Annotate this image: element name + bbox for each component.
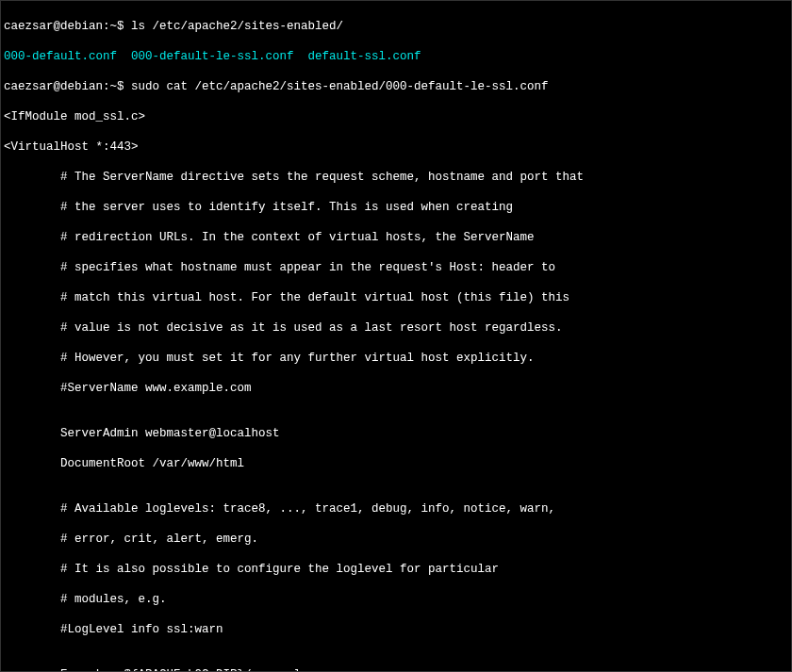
file-line: # modules, e.g. [4, 592, 788, 607]
prompt-line-1: caezsar@debian:~$ ls /etc/apache2/sites-… [4, 19, 788, 34]
file-line: ErrorLog ${APACHE_LOG_DIR}/error.log [4, 667, 788, 672]
file-line: <VirtualHost *:443> [4, 139, 788, 155]
file-line: # error, crit, alert, emerg. [4, 532, 788, 547]
prompt-userhost: caezsar@debian:~$ [4, 20, 131, 33]
file-line: # the server uses to identify itself. Th… [4, 200, 788, 215]
file-line: ServerAdmin webmaster@localhost [4, 426, 788, 441]
file-line: # The ServerName directive sets the requ… [4, 170, 788, 185]
file-line: # value is not decisive as it is used as… [4, 320, 788, 336]
ls-output: 000-default.conf 000-default-le-ssl.conf… [4, 49, 788, 64]
command-2: sudo cat /etc/apache2/sites-enabled/000-… [131, 80, 549, 93]
file-line: #LogLevel info ssl:warn [4, 622, 788, 637]
file-line: # match this virtual host. For the defau… [4, 290, 788, 305]
file-line: # However, you must set it for any furth… [4, 351, 788, 366]
file-line: # redirection URLs. In the context of vi… [4, 230, 788, 245]
prompt-line-2: caezsar@debian:~$ sudo cat /etc/apache2/… [4, 79, 788, 94]
file-line: <IfModule mod_ssl.c> [4, 109, 788, 124]
terminal-output[interactable]: caezsar@debian:~$ ls /etc/apache2/sites-… [1, 1, 791, 672]
prompt-userhost: caezsar@debian:~$ [4, 80, 131, 93]
file-line: # It is also possible to configure the l… [4, 562, 788, 577]
file-line: #ServerName www.example.com [4, 381, 788, 396]
command-1: ls /etc/apache2/sites-enabled/ [131, 20, 343, 33]
file-line: # specifies what hostname must appear in… [4, 260, 788, 275]
file-line: DocumentRoot /var/www/html [4, 456, 788, 471]
file-line: # Available loglevels: trace8, ..., trac… [4, 501, 788, 516]
